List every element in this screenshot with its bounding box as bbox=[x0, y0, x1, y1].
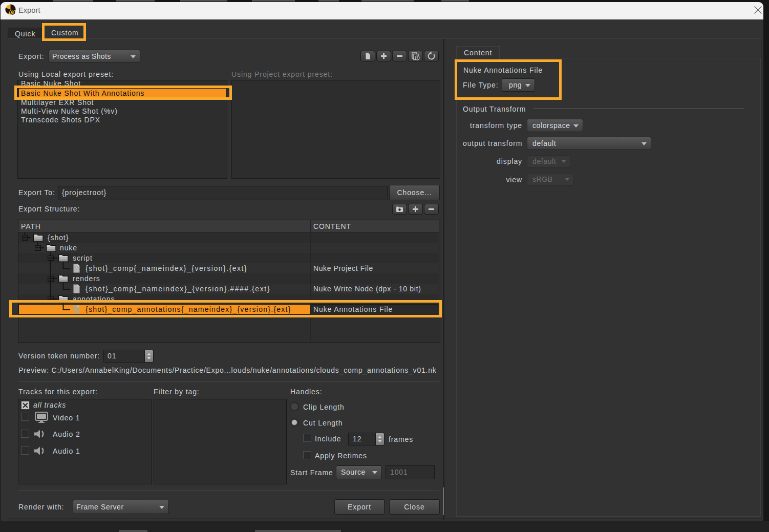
svg-text:S: S bbox=[12, 10, 14, 14]
